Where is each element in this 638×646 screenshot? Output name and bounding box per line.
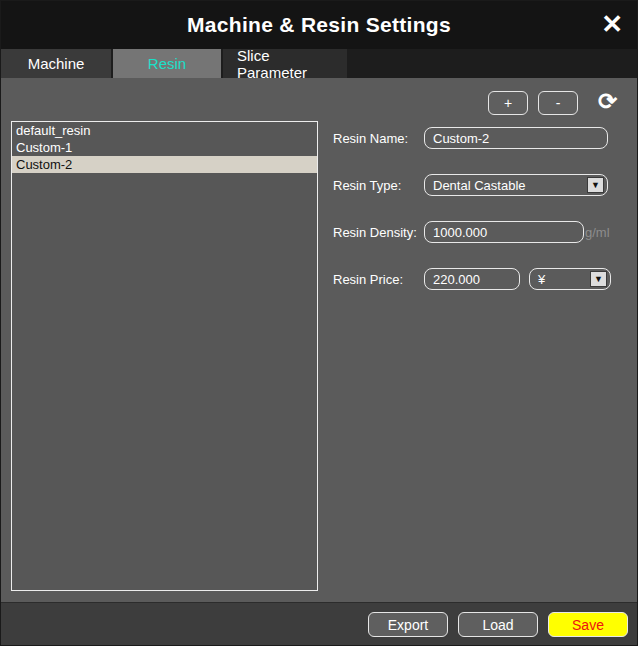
close-icon[interactable]: ✕ [601,9,623,39]
resin-density-label: Resin Density: [333,225,424,240]
remove-resin-button[interactable]: - [538,91,578,115]
chevron-down-icon[interactable]: ▼ [587,177,604,193]
load-button[interactable]: Load [458,612,538,637]
currency-value: ¥ [538,272,545,287]
list-item[interactable]: Custom-1 [12,139,317,156]
resin-price-row: Resin Price: ¥ ▼ [333,267,611,291]
footer-bar: Export Load Save [1,602,637,645]
resin-price-input[interactable] [424,268,520,290]
tab-resin[interactable]: Resin [113,49,221,78]
density-unit-label: g/ml [585,225,610,240]
title-bar: Machine & Resin Settings ✕ [1,1,637,49]
list-item-selected[interactable]: Custom-2 [12,156,317,173]
resin-name-input[interactable] [424,127,608,149]
list-item[interactable]: default_resin [12,122,317,139]
resin-density-row: Resin Density: g/ml [333,220,610,244]
resin-type-row: Resin Type: Dental Castable ▼ [333,173,608,197]
resin-list[interactable]: default_resin Custom-1 Custom-2 [11,121,318,591]
window-title: Machine & Resin Settings [187,13,451,37]
resin-name-label: Resin Name: [333,131,424,146]
add-resin-button[interactable]: + [488,91,528,115]
tab-bar: Machine Resin Slice Parameter [1,49,637,78]
resin-type-label: Resin Type: [333,178,424,193]
currency-dropdown[interactable]: ¥ ▼ [529,268,611,290]
tab-slice-parameter[interactable]: Slice Parameter [223,49,347,78]
main-panel: default_resin Custom-1 Custom-2 + - ⟳ Re… [1,78,637,604]
resin-name-row: Resin Name: [333,126,608,150]
resin-density-input[interactable] [424,221,584,243]
refresh-icon[interactable]: ⟳ [598,88,617,115]
resin-price-label: Resin Price: [333,272,424,287]
machine-resin-settings-window: Machine & Resin Settings ✕ Machine Resin… [0,0,638,646]
chevron-down-icon[interactable]: ▼ [590,271,607,287]
tab-machine[interactable]: Machine [1,49,111,78]
resin-type-dropdown[interactable]: Dental Castable ▼ [424,174,608,196]
save-button[interactable]: Save [548,612,628,637]
resin-type-value: Dental Castable [433,178,526,193]
export-button[interactable]: Export [368,612,448,637]
